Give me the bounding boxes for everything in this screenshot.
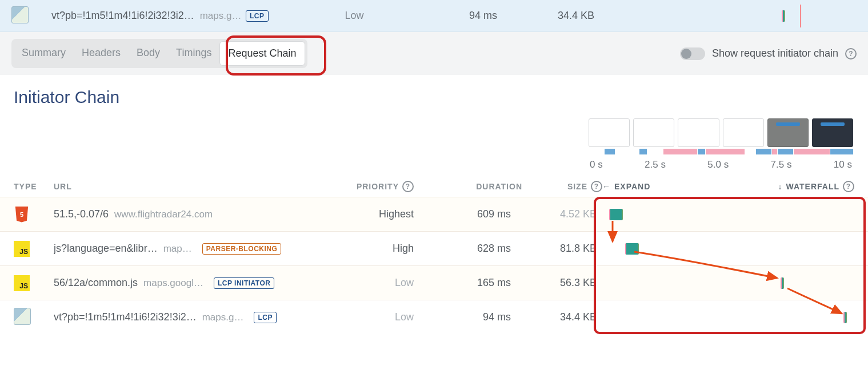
tab-timings[interactable]: Timings — [168, 41, 219, 66]
map-tile-icon — [11, 6, 29, 23]
row-duration: 165 ms — [414, 277, 522, 289]
request-waterfall-cell — [600, 5, 863, 27]
th-waterfall[interactable]: ↓WATERFALL? — [671, 181, 854, 192]
row-type-icon: JS — [14, 241, 54, 257]
tab-headers[interactable]: Headers — [74, 41, 129, 66]
axis-tick: 2.5 s — [645, 159, 666, 170]
axis-tick: 10 s — [834, 159, 852, 170]
help-icon[interactable]: ? — [402, 181, 414, 192]
section-title: Initiator Chain — [0, 75, 868, 113]
row-badge: LCP — [254, 312, 277, 323]
chain-row[interactable]: JS56/12a/common.jsmaps.googl…LCP INITIAT… — [0, 265, 868, 300]
row-badge: LCP INITIATOR — [214, 277, 275, 289]
row-url-cell: vt?pb=!1m5!1m4!1i6!2i32!3i2…maps.g…LCP — [54, 311, 345, 323]
row-waterfall — [602, 272, 854, 295]
row-url-cell: js?language=en&libr…map…PARSER-BLOCKING — [54, 243, 345, 255]
row-size: 4.52 KB — [522, 208, 602, 220]
axis-tick: 5.0 s — [707, 159, 729, 170]
waterfall-bar — [609, 209, 623, 220]
toggle-label: Show request initiator chain — [712, 47, 838, 59]
row-url: js?language=en&libr… — [54, 243, 158, 255]
time-axis: 0 s2.5 s5.0 s7.5 s10 s — [590, 159, 852, 170]
waterfall-bar — [625, 243, 639, 255]
th-priority[interactable]: PRIORITY? — [345, 181, 414, 192]
row-waterfall — [602, 237, 854, 260]
row-size: 34.4 KB — [522, 311, 602, 323]
request-badge-cell: LCP — [246, 10, 297, 22]
row-priority: Highest — [345, 208, 414, 220]
row-url-cell: 51.5,-0.07/6www.flightradar24.com — [54, 208, 345, 220]
row-host: maps.g… — [202, 312, 244, 323]
filmstrip-thumb[interactable] — [767, 118, 809, 147]
initiator-chain-toggle-wrap: Show request initiator chain ? — [680, 47, 857, 60]
th-url[interactable]: URL — [54, 181, 345, 192]
row-priority: Low — [345, 311, 414, 323]
row-priority: Low — [345, 277, 414, 289]
request-duration: 94 ms — [411, 10, 509, 22]
chain-row[interactable]: 551.5,-0.07/6www.flightradar24.comHighes… — [0, 197, 868, 231]
row-url: 56/12a/common.js — [54, 277, 138, 289]
row-url: 51.5,-0.07/6 — [54, 208, 109, 220]
row-size: 81.8 KB — [522, 243, 602, 255]
row-type-icon — [14, 308, 54, 327]
filmstrip-scrub-bar[interactable] — [589, 149, 853, 154]
filmstrip-thumb[interactable] — [678, 118, 719, 147]
row-type-icon: JS — [14, 275, 54, 291]
row-badge: PARSER-BLOCKING — [202, 243, 282, 255]
filmstrip-thumb[interactable] — [812, 118, 853, 147]
request-size: 34.4 KB — [509, 10, 600, 22]
chain-row[interactable]: vt?pb=!1m5!1m4!1i6!2i32!3i2…maps.g…LCPLo… — [0, 300, 868, 334]
js-icon: JS — [14, 275, 30, 291]
request-url: vt?pb=!1m5!1m4!1i6!2i32!3i2… — [51, 10, 194, 22]
filmstrip-thumb[interactable] — [633, 118, 674, 147]
detail-tabs: SummaryHeadersBodyTimingsRequest Chain — [11, 39, 307, 68]
row-size: 56.3 KB — [522, 277, 602, 289]
detail-tabs-bar: SummaryHeadersBodyTimingsRequest Chain S… — [0, 32, 868, 75]
map-tile-icon — [14, 308, 31, 325]
waterfall-bar — [781, 277, 784, 289]
th-duration[interactable]: DURATION — [414, 181, 522, 192]
tab-body[interactable]: Body — [129, 41, 168, 66]
help-icon[interactable]: ? — [843, 181, 854, 192]
row-host: www.flightradar24.com — [114, 209, 213, 220]
row-waterfall — [602, 306, 854, 329]
chain-table-body: 551.5,-0.07/6www.flightradar24.comHighes… — [0, 197, 868, 334]
help-icon[interactable]: ? — [591, 181, 602, 192]
toggle-knob — [681, 49, 691, 59]
arrow-down-icon: ↓ — [778, 182, 782, 191]
tab-summary[interactable]: Summary — [14, 41, 74, 66]
arrow-left-icon: ← — [602, 182, 611, 191]
row-duration: 609 ms — [414, 208, 522, 220]
chain-row[interactable]: JSjs?language=en&libr…map…PARSER-BLOCKIN… — [0, 231, 868, 265]
axis-tick: 7.5 s — [771, 159, 792, 170]
axis-tick: 0 s — [590, 159, 603, 170]
th-size[interactable]: SIZE? — [522, 181, 602, 192]
th-expand[interactable]: ←EXPAND — [602, 181, 671, 192]
row-duration: 628 ms — [414, 243, 522, 255]
row-duration: 94 ms — [414, 311, 522, 323]
request-url-cell: vt?pb=!1m5!1m4!1i6!2i32!3i2… maps.g… — [51, 10, 246, 22]
selected-request-row[interactable]: vt?pb=!1m5!1m4!1i6!2i32!3i2… maps.g… LCP… — [0, 0, 868, 32]
lcp-badge: LCP — [246, 10, 269, 22]
th-type[interactable]: TYPE — [14, 181, 54, 192]
filmstrip-thumb[interactable] — [723, 118, 764, 147]
waterfall-bar — [782, 10, 785, 22]
waterfall-bar — [843, 312, 847, 323]
request-priority: Low — [297, 10, 411, 22]
request-type-icon — [11, 6, 51, 26]
row-host: maps.googl… — [143, 277, 203, 289]
row-waterfall — [602, 203, 854, 226]
initiator-chain-toggle[interactable] — [680, 47, 705, 60]
row-priority: High — [345, 243, 414, 255]
row-url: vt?pb=!1m5!1m4!1i6!2i32!3i2… — [54, 311, 197, 323]
html5-icon: 5 — [14, 207, 30, 223]
tab-request-chain[interactable]: Request Chain — [219, 41, 305, 66]
chain-table-header: TYPE URL PRIORITY? DURATION SIZE? ←EXPAN… — [0, 176, 868, 197]
row-type-icon: 5 — [14, 207, 54, 223]
row-host: map… — [163, 243, 192, 255]
filmstrip[interactable] — [589, 118, 853, 147]
help-icon[interactable]: ? — [845, 48, 857, 59]
filmstrip-thumb[interactable] — [589, 118, 630, 147]
timing-marker — [800, 5, 801, 27]
request-host: maps.g… — [200, 10, 242, 22]
